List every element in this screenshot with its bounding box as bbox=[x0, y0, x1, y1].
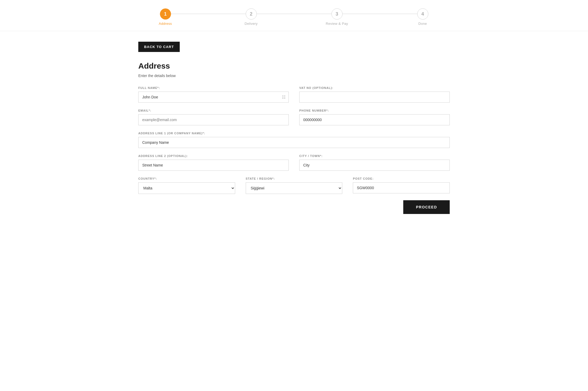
step-3-circle: 3 bbox=[331, 8, 343, 20]
form-row-3: ADDRESS LINE 1 (OR COMPANY NAME)*: bbox=[138, 132, 450, 148]
phone-group: PHONE NUMBER*: bbox=[299, 109, 450, 125]
step-4-label: Done bbox=[418, 22, 427, 26]
main-content: BACK TO CART Address Enter the details b… bbox=[122, 31, 466, 235]
step-1-circle: 1 bbox=[160, 8, 171, 20]
phone-input[interactable] bbox=[299, 114, 450, 125]
step-1-label: Address bbox=[159, 22, 172, 26]
step-2-label: Delivery bbox=[245, 22, 258, 26]
email-input[interactable] bbox=[138, 114, 289, 125]
country-label: COUNTRY*: bbox=[138, 177, 235, 180]
contact-card-icon: ☷ bbox=[282, 95, 286, 100]
steps-wrapper: 1 Address 2 Delivery 3 Review & Pay 4 Do… bbox=[122, 8, 466, 26]
state-group: STATE / REGION*: Siġġiewi Valletta Sliem… bbox=[246, 177, 343, 194]
step-4: 4 Done bbox=[380, 8, 466, 26]
page-title: Address bbox=[138, 61, 450, 70]
address1-input[interactable] bbox=[138, 137, 450, 148]
full-name-label: FULL NAME*: bbox=[138, 86, 289, 89]
step-2: 2 Delivery bbox=[208, 8, 294, 26]
proceed-row: PROCEED bbox=[138, 200, 450, 214]
address2-label: ADDRESS LINE 2 (OPTIONAL): bbox=[138, 154, 289, 158]
step-3-label: Review & Pay bbox=[326, 22, 348, 26]
address2-group: ADDRESS LINE 2 (OPTIONAL): bbox=[138, 154, 289, 171]
address-form: FULL NAME*: ☷ VAT NO (OPTIONAL): EMAIL*:… bbox=[138, 86, 450, 214]
vat-no-label: VAT NO (OPTIONAL): bbox=[299, 86, 450, 89]
address1-label: ADDRESS LINE 1 (OR COMPANY NAME)*: bbox=[138, 132, 450, 135]
progress-bar: 1 Address 2 Delivery 3 Review & Pay 4 Do… bbox=[0, 0, 588, 31]
country-group: COUNTRY*: Malta United Kingdom Italy Fra… bbox=[138, 177, 235, 194]
postcode-input[interactable] bbox=[353, 182, 450, 193]
section-subtitle: Enter the details below bbox=[138, 74, 450, 78]
form-row-4: ADDRESS LINE 2 (OPTIONAL): CITY / TOWN*: bbox=[138, 154, 450, 171]
vat-no-input[interactable] bbox=[299, 92, 450, 103]
city-input[interactable] bbox=[299, 160, 450, 171]
email-label: EMAIL*: bbox=[138, 109, 289, 112]
email-group: EMAIL*: bbox=[138, 109, 289, 125]
vat-no-group: VAT NO (OPTIONAL): bbox=[299, 86, 450, 103]
country-select[interactable]: Malta United Kingdom Italy France German… bbox=[138, 182, 235, 194]
back-to-cart-button[interactable]: BACK TO CART bbox=[138, 42, 180, 52]
address1-group: ADDRESS LINE 1 (OR COMPANY NAME)*: bbox=[138, 132, 450, 148]
form-row-1: FULL NAME*: ☷ VAT NO (OPTIONAL): bbox=[138, 86, 450, 103]
proceed-button[interactable]: PROCEED bbox=[403, 200, 450, 214]
state-label: STATE / REGION*: bbox=[246, 177, 343, 180]
step-4-circle: 4 bbox=[417, 8, 428, 20]
full-name-input-wrapper: ☷ bbox=[138, 92, 289, 103]
city-label: CITY / TOWN*: bbox=[299, 154, 450, 158]
postcode-label: POST CODE: bbox=[353, 177, 450, 180]
full-name-input[interactable] bbox=[138, 92, 289, 103]
step-1: 1 Address bbox=[122, 8, 208, 26]
form-row-2: EMAIL*: PHONE NUMBER*: bbox=[138, 109, 450, 125]
step-3: 3 Review & Pay bbox=[294, 8, 380, 26]
form-row-5: COUNTRY*: Malta United Kingdom Italy Fra… bbox=[138, 177, 450, 194]
address2-input[interactable] bbox=[138, 160, 289, 171]
full-name-group: FULL NAME*: ☷ bbox=[138, 86, 289, 103]
step-2-circle: 2 bbox=[246, 8, 257, 20]
city-group: CITY / TOWN*: bbox=[299, 154, 450, 171]
phone-label: PHONE NUMBER*: bbox=[299, 109, 450, 112]
state-select[interactable]: Siġġiewi Valletta Sliema Birkirkara Qorm… bbox=[246, 182, 343, 194]
postcode-group: POST CODE: bbox=[353, 177, 450, 194]
